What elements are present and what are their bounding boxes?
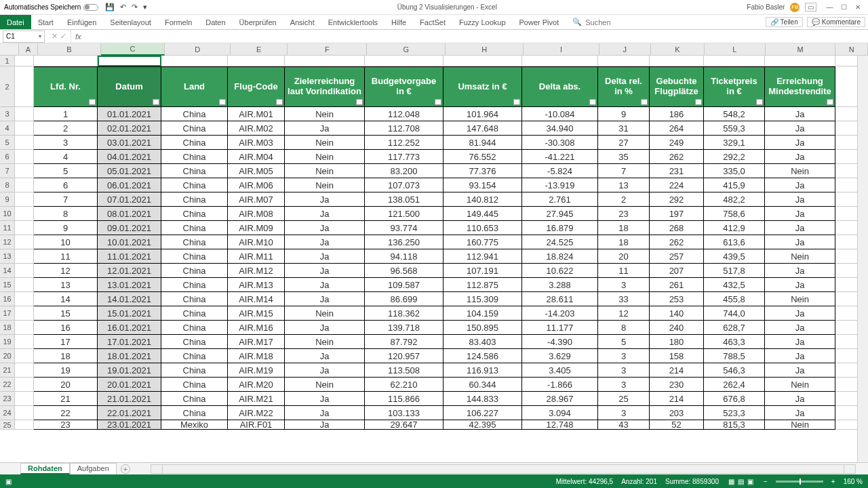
cell[interactable] [15, 249, 34, 264]
filter-icon[interactable] [219, 99, 226, 105]
table-cell[interactable]: 455,8 [704, 292, 765, 306]
table-cell[interactable]: 10.01.2021 [98, 235, 161, 249]
table-cell[interactable]: 11.01.2021 [98, 249, 161, 264]
table-cell[interactable]: China [161, 178, 228, 192]
table-cell[interactable]: 120.957 [365, 349, 443, 363]
table-cell[interactable]: Ja [765, 406, 835, 420]
ribbon-tab-seitenlayout[interactable]: Seitenlayout [103, 15, 158, 29]
table-cell[interactable]: -13.919 [522, 178, 598, 192]
ribbon-tab-start[interactable]: Start [31, 15, 60, 29]
table-cell[interactable]: 27.945 [522, 207, 598, 221]
table-cell[interactable]: -4.390 [522, 335, 598, 349]
table-cell[interactable]: 35 [598, 150, 650, 164]
table-cell[interactable]: China [161, 264, 228, 278]
table-cell[interactable]: 548,2 [704, 107, 765, 121]
table-cell[interactable]: Nein [285, 378, 365, 392]
table-cell[interactable]: 07.01.2021 [98, 192, 161, 207]
formula-input[interactable] [85, 31, 868, 42]
table-cell[interactable]: Ja [765, 278, 835, 292]
table-cell[interactable]: AIR.M15 [228, 306, 285, 321]
table-cell[interactable]: 19 [34, 363, 98, 378]
table-cell[interactable]: Nein [285, 306, 365, 321]
table-cell[interactable]: China [161, 335, 228, 349]
cell[interactable] [15, 363, 34, 378]
table-cell[interactable]: Ja [765, 221, 835, 235]
table-cell[interactable]: Ja [765, 136, 835, 150]
table-cell[interactable]: China [161, 392, 228, 406]
row-header[interactable]: 2 [0, 66, 15, 107]
table-cell[interactable]: 140 [650, 306, 704, 321]
row-header[interactable]: 7 [0, 164, 15, 178]
cell[interactable] [15, 178, 34, 192]
fx-icon[interactable]: fx [71, 33, 85, 41]
table-cell[interactable]: 28.611 [522, 292, 598, 306]
table-cell[interactable]: 3.629 [522, 349, 598, 363]
table-cell[interactable]: 42.395 [443, 420, 522, 430]
table-cell[interactable]: 113.508 [365, 363, 443, 378]
table-cell[interactable]: 17 [34, 335, 98, 349]
user-area[interactable]: Fabio Basler FB ▭ [747, 3, 816, 12]
table-cell[interactable]: 4 [34, 150, 98, 164]
save-icon[interactable]: 💾 [105, 3, 115, 12]
table-cell[interactable]: AIR.M16 [228, 321, 285, 335]
table-cell[interactable]: AIR.M06 [228, 178, 285, 192]
cell[interactable] [161, 56, 228, 66]
filter-icon[interactable] [589, 99, 596, 105]
table-cell[interactable]: China [161, 207, 228, 221]
zoom-in-icon[interactable]: + [831, 478, 835, 485]
table-cell[interactable]: Ja [765, 107, 835, 121]
table-cell[interactable]: Nein [765, 164, 835, 178]
table-cell[interactable]: 02.01.2021 [98, 121, 161, 136]
table-cell[interactable]: 788,5 [704, 349, 765, 363]
table-cell[interactable]: Ja [765, 264, 835, 278]
table-cell[interactable]: 106.227 [443, 406, 522, 420]
table-cell[interactable]: 207 [650, 264, 704, 278]
table-cell[interactable]: 150.895 [443, 321, 522, 335]
table-header[interactable]: Budgetvorgabe in € [365, 66, 443, 107]
table-cell[interactable]: 11 [598, 264, 650, 278]
table-cell[interactable]: 115.309 [443, 292, 522, 306]
table-cell[interactable]: China [161, 321, 228, 335]
table-cell[interactable]: China [161, 121, 228, 136]
table-cell[interactable]: 20.01.2021 [98, 378, 161, 392]
table-cell[interactable]: 9 [34, 221, 98, 235]
table-cell[interactable]: Ja [765, 150, 835, 164]
cell[interactable] [98, 56, 161, 66]
table-header[interactable]: Erreichung Mindestrendite [765, 66, 835, 107]
row-header[interactable]: 19 [0, 335, 15, 349]
table-cell[interactable]: 15.01.2021 [98, 306, 161, 321]
ribbon-tab-hilfe[interactable]: Hilfe [384, 15, 413, 29]
table-cell[interactable]: -5.824 [522, 164, 598, 178]
table-cell[interactable]: 10.622 [522, 264, 598, 278]
table-cell[interactable]: 3 [598, 406, 650, 420]
table-cell[interactable]: 19.01.2021 [98, 363, 161, 378]
row-header[interactable]: 20 [0, 349, 15, 363]
row-header[interactable]: 5 [0, 136, 15, 150]
table-cell[interactable]: 21 [34, 392, 98, 406]
table-cell[interactable]: -10.084 [522, 107, 598, 121]
ribbon-tab-daten[interactable]: Daten [199, 15, 232, 29]
add-sheet-button[interactable]: + [121, 464, 130, 474]
table-cell[interactable]: Mexiko [161, 420, 228, 430]
table-cell[interactable]: 24.525 [522, 235, 598, 249]
column-header[interactable]: B [38, 43, 102, 56]
table-cell[interactable]: 118.362 [365, 306, 443, 321]
table-cell[interactable]: China [161, 363, 228, 378]
table-cell[interactable]: 13 [34, 278, 98, 292]
table-cell[interactable]: 517,8 [704, 264, 765, 278]
cell[interactable] [15, 164, 34, 178]
table-cell[interactable]: 23.01.2021 [98, 420, 161, 430]
cell[interactable] [15, 292, 34, 306]
cell[interactable] [704, 56, 765, 66]
table-cell[interactable]: 31 [598, 121, 650, 136]
table-cell[interactable]: 104.159 [443, 306, 522, 321]
table-cell[interactable]: Ja [285, 278, 365, 292]
table-cell[interactable]: 03.01.2021 [98, 136, 161, 150]
table-cell[interactable]: 3 [598, 349, 650, 363]
cell[interactable] [15, 406, 34, 420]
cell[interactable] [598, 56, 650, 66]
ribbon-tab-entwicklertools[interactable]: Entwicklertools [321, 15, 384, 29]
share-button[interactable]: 🔗Teilen [766, 17, 803, 27]
table-cell[interactable]: 203 [650, 406, 704, 420]
table-cell[interactable]: 18.824 [522, 249, 598, 264]
